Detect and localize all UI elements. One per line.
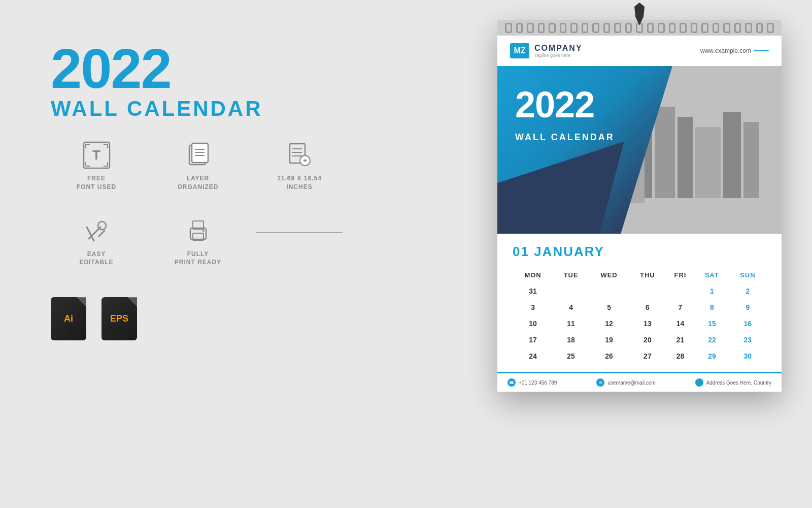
ai-label: Ai [64, 313, 73, 324]
weekday-header-row: MON TUE WED THU FRI SAT SUN [513, 267, 766, 283]
calendar-row: 3456789 [513, 299, 766, 315]
cal-cover-year: 2022 [515, 86, 594, 123]
feature-size: 11.69 x 16.54INCHES [254, 141, 345, 192]
calendar-cell: 6 [629, 299, 665, 315]
calendar-cell: 31 [513, 283, 553, 299]
cal-grid-section: 01 JANUARY MON TUE WED THU FRI SAT SUN 3… [497, 234, 782, 372]
year-title: 2022 [51, 41, 345, 97]
eps-file-icon: EPS [101, 297, 137, 340]
ai-file-icon: Ai [51, 297, 86, 340]
website: www.example.com [700, 47, 769, 54]
calendar-row: 17181920212223 [513, 332, 766, 348]
spiral-dot [505, 23, 512, 33]
calendar-cell: 14 [666, 315, 695, 332]
footer-email: ✉ username@mail.com [596, 378, 656, 387]
calendar-cell: 8 [695, 299, 729, 315]
svg-rect-34 [678, 117, 693, 198]
month-title: 01 JANUARY [513, 244, 766, 260]
calendar-cell: 5 [589, 299, 629, 315]
cal-cover-subtitle: WALL CALENDAR [515, 132, 615, 143]
divider-line [256, 232, 343, 233]
features-grid: T FREEFONT USED [51, 141, 345, 192]
calendar-cell: 30 [729, 348, 766, 364]
layers-icon [184, 141, 212, 169]
spiral-dot [614, 23, 621, 33]
eps-label: EPS [110, 313, 128, 324]
spiral-dot [603, 23, 611, 33]
svg-rect-35 [695, 127, 721, 198]
spiral-dot [691, 23, 698, 33]
calendar-cell: 23 [729, 332, 766, 348]
calendar-cell: 25 [553, 348, 589, 364]
calendar-cell: 21 [666, 332, 695, 348]
svg-point-29 [202, 230, 205, 232]
tagline: Tagline goes here [534, 53, 583, 58]
spiral-dot [723, 23, 730, 33]
calendar-cell: 1 [695, 283, 729, 299]
feature-layer-label: LAYERORGANIZED [178, 174, 219, 192]
website-line [754, 50, 769, 51]
spiral-dot [538, 23, 545, 33]
push-pin [633, 3, 646, 25]
spiral-dot [745, 23, 752, 33]
spiral-dot [680, 23, 687, 33]
company-info: COMPANY Tagline goes here [534, 44, 583, 58]
svg-line-24 [99, 231, 105, 236]
svg-point-23 [98, 221, 106, 230]
tools-icon [83, 217, 111, 245]
svg-rect-33 [655, 107, 675, 198]
spiral-dot [701, 23, 708, 33]
calendar-cell: 17 [513, 332, 553, 348]
th-tue: TUE [553, 267, 589, 283]
calendar-cell: 27 [629, 348, 665, 364]
calendar-cell: 3 [513, 299, 553, 315]
location-icon: 📍 [695, 378, 703, 387]
calendar-cell: 15 [695, 315, 729, 332]
website-text: www.example.com [700, 47, 751, 54]
spiral-dot [516, 23, 523, 33]
address-text: Address Goes Here, Country [706, 380, 771, 386]
email-icon: ✉ [596, 378, 604, 387]
calendar-cell [553, 283, 589, 299]
calendar-cell: 2 [729, 283, 766, 299]
features-row2: EASYEDITABLE FULLYPRINT READY [51, 217, 345, 267]
logo-text: MZ [514, 46, 525, 55]
edit-icon [286, 141, 314, 169]
calendar-cell: 11 [553, 315, 589, 332]
calendar-mockup: MZ COMPANY Tagline goes here www.example… [497, 20, 782, 392]
svg-rect-36 [723, 112, 741, 198]
svg-rect-37 [743, 122, 759, 198]
company-name: COMPANY [534, 44, 583, 53]
cal-hero: 2022 WALL CALENDAR [497, 66, 782, 234]
th-sat: SAT [695, 267, 729, 283]
text-icon: T [83, 141, 111, 169]
calendar-row: 3112 [513, 283, 766, 299]
th-fri: FRI [666, 267, 695, 283]
calendar-cell: 4 [553, 299, 589, 315]
calendar-cell [589, 283, 629, 299]
feature-divider [254, 217, 345, 267]
calendar-cell: 13 [629, 315, 665, 332]
feature-print: FULLYPRINT READY [152, 217, 244, 267]
feature-layer: LAYERORGANIZED [152, 141, 244, 192]
print-icon [184, 217, 212, 245]
calendar-row: 10111213141516 [513, 315, 766, 332]
file-icons: Ai EPS [51, 297, 345, 340]
phone-text: +01 123 456 789 [519, 380, 557, 386]
phone-icon: ☎ [507, 378, 516, 387]
spiral-dot [592, 23, 599, 33]
spiral-dot [647, 23, 654, 33]
calendar-cell: 18 [553, 332, 589, 348]
calendar-cell: 20 [629, 332, 665, 348]
spiral-dot [625, 23, 632, 33]
feature-print-label: FULLYPRINT READY [175, 250, 221, 267]
calendar-cell [666, 283, 695, 299]
spiral-dot [669, 23, 676, 33]
th-sun: SUN [729, 267, 766, 283]
calendar-table: MON TUE WED THU FRI SAT SUN 311234567891… [513, 267, 766, 364]
cal-header: MZ COMPANY Tagline goes here www.example… [497, 36, 782, 66]
spiral-dot [767, 23, 774, 33]
spiral-dot [734, 23, 741, 33]
th-mon: MON [513, 267, 553, 283]
feature-size-label: 11.69 x 16.54INCHES [277, 174, 322, 192]
